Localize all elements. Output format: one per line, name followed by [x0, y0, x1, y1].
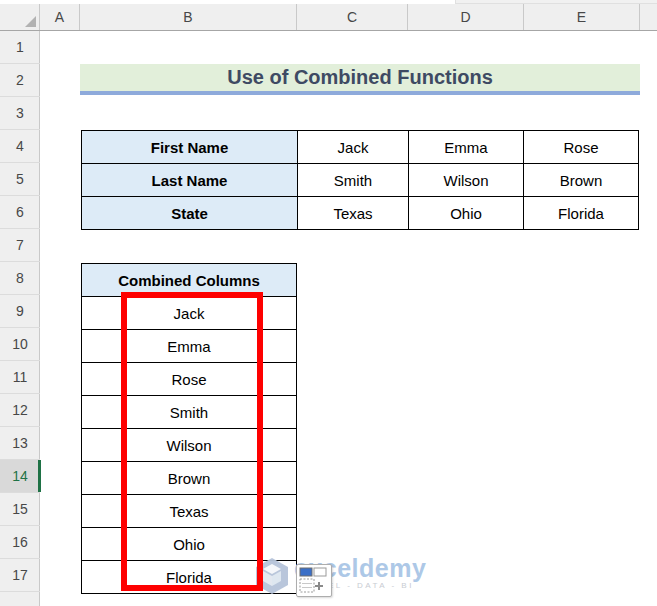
cell-B6[interactable]: State — [82, 197, 298, 230]
cell-B4[interactable]: First Name — [82, 131, 298, 164]
row-header-15[interactable]: 15 — [0, 493, 40, 526]
column-header-c[interactable]: C — [297, 4, 408, 30]
cell-E4[interactable]: Rose — [524, 131, 639, 164]
column-header-bar: A B C D E — [0, 4, 657, 31]
column-header-d[interactable]: D — [408, 4, 524, 30]
cell-C5[interactable]: Smith — [298, 164, 409, 197]
column-header-a[interactable]: A — [40, 4, 80, 30]
cell-C6[interactable]: Texas — [298, 197, 409, 230]
row-header-5[interactable]: 5 — [0, 163, 40, 196]
row-header-13[interactable]: 13 — [0, 427, 40, 460]
combined-columns-table: Combined Columns Jack Emma Rose Smith Wi… — [81, 263, 297, 594]
cell-B9[interactable]: Jack — [82, 297, 297, 330]
select-all-triangle-icon — [25, 16, 36, 27]
row-header-3[interactable]: 3 — [0, 97, 40, 130]
cell-B14[interactable]: Brown — [82, 462, 297, 495]
row-header-18-partial[interactable] — [0, 592, 40, 605]
row-header-8[interactable]: 8 — [0, 262, 40, 295]
row-header-6[interactable]: 6 — [0, 196, 40, 229]
paste-options-icon — [297, 565, 331, 596]
cell-B5[interactable]: Last Name — [82, 164, 298, 197]
row-header-7[interactable]: 7 — [0, 229, 40, 262]
cell-B13[interactable]: Wilson — [82, 429, 297, 462]
excel-sheet: A B C D E 1 2 3 4 5 6 7 8 9 10 11 12 13 … — [0, 0, 657, 606]
cell-C4[interactable]: Jack — [298, 131, 409, 164]
column-header-e[interactable]: E — [524, 4, 640, 30]
row-header-10[interactable]: 10 — [0, 328, 40, 361]
column-header-b[interactable]: B — [80, 4, 297, 30]
cell-E6[interactable]: Florida — [524, 197, 639, 230]
cell-B10[interactable]: Emma — [82, 330, 297, 363]
row-header-16[interactable]: 16 — [0, 526, 40, 559]
row-header-12[interactable]: 12 — [0, 394, 40, 427]
exceldemy-watermark: exceldemy EXCEL - DATA - BI — [254, 556, 426, 596]
row-header-11[interactable]: 11 — [0, 361, 40, 394]
row-header-1[interactable]: 1 — [0, 31, 40, 64]
column-header-filler — [640, 4, 657, 30]
cell-D4[interactable]: Emma — [409, 131, 524, 164]
title-cell[interactable]: Use of Combined Functions — [80, 64, 640, 95]
cell-D5[interactable]: Wilson — [409, 164, 524, 197]
row-header-17[interactable]: 17 — [0, 559, 40, 592]
cell-D6[interactable]: Ohio — [409, 197, 524, 230]
exceldemy-logo-icon — [254, 556, 290, 596]
row-header-bar: 1 2 3 4 5 6 7 8 9 10 11 12 13 14 15 16 1… — [0, 31, 40, 606]
row-header-2[interactable]: 2 — [0, 64, 40, 97]
paste-options-button[interactable] — [296, 564, 332, 597]
cell-B12[interactable]: Smith — [82, 396, 297, 429]
source-table: First Name Jack Emma Rose Last Name Smit… — [81, 130, 639, 230]
cell-B15[interactable]: Texas — [82, 495, 297, 528]
cell-B8[interactable]: Combined Columns — [82, 264, 297, 297]
row-header-14-active[interactable]: 14 — [0, 460, 40, 493]
row-header-9[interactable]: 9 — [0, 295, 40, 328]
row-header-4[interactable]: 4 — [0, 130, 40, 163]
cell-E5[interactable]: Brown — [524, 164, 639, 197]
select-all-button[interactable] — [0, 4, 40, 30]
cell-B11[interactable]: Rose — [82, 363, 297, 396]
